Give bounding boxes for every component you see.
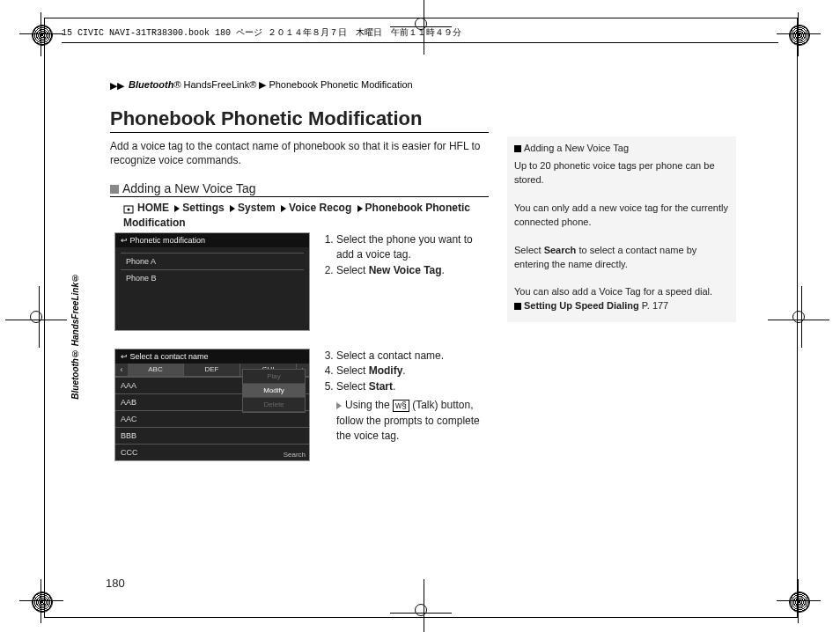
search-label: Search <box>284 451 306 459</box>
breadcrumb-segment-2: Phonebook Phonetic Modification <box>269 79 412 90</box>
section-heading: Adding a New Voice Tag <box>110 181 489 197</box>
path-arrow-icon <box>281 205 286 212</box>
nav-system: System <box>238 202 276 214</box>
chapter-side-label: Bluetooth® HandsFreeLink® <box>70 273 80 400</box>
menu-path: HOME Settings System Voice Recog Phonebo… <box>123 201 486 231</box>
breadcrumb-segment-1-suffix: ® HandsFreeLink® <box>173 79 256 90</box>
screenshot-1-header: ↩ Phonetic modification <box>115 233 309 247</box>
phone-list-item: Phone A <box>121 253 304 269</box>
screenshot-phonetic-modification: ↩ Phonetic modification Phone A Phone B <box>114 232 310 331</box>
substep-arrow-icon <box>336 402 342 409</box>
book-metadata-line: 15 CIVIC NAVI-31TR38300.book 180 ページ ２０１… <box>62 26 778 43</box>
contact-list-item: BBB <box>115 427 309 444</box>
phone-list-item: Phone B <box>121 269 304 286</box>
context-popup: Play Modify Delete <box>242 369 306 413</box>
breadcrumb-segment-1: Bluetooth <box>129 79 173 90</box>
section-square-bullet-icon <box>110 185 119 194</box>
svg-point-1 <box>128 208 130 210</box>
page-title: Phonebook Phonetic Modification <box>110 107 489 133</box>
page-number: 180 <box>106 577 125 590</box>
side-paragraph: Up to 20 phonetic voice tags per phone c… <box>514 159 729 187</box>
section-heading-text: Adding a New Voice Tag <box>122 181 256 195</box>
side-paragraph: You can also add a Voice Tag for a speed… <box>514 285 729 299</box>
nav-voice-recog: Voice Recog <box>289 202 351 214</box>
step-2: Select New Voice Tag. <box>336 263 491 278</box>
screenshot-select-contact: ↩ Select a contact name ‹ ABC DEF GHI › … <box>114 349 310 461</box>
step-5-substep: Using the w§ (Talk) button, follow the p… <box>336 398 491 444</box>
breadcrumb-sep-icon: ▶ <box>259 79 266 90</box>
path-arrow-icon <box>230 205 235 212</box>
step-4: Select Modify. <box>336 364 491 378</box>
popup-modify: Modify <box>243 384 305 398</box>
step-1: Select the phone you want to add a voice… <box>336 232 491 263</box>
side-note-heading: Adding a New Voice Tag <box>514 142 729 156</box>
alpha-tab: ABC <box>128 364 184 376</box>
home-button-icon <box>123 203 134 214</box>
popup-play: Play <box>243 370 305 384</box>
side-square-icon <box>514 145 521 152</box>
step-3: Select a contact name. <box>336 349 491 364</box>
breadcrumb: ▶▶ Bluetooth® HandsFreeLink® ▶ Phonebook… <box>110 79 413 92</box>
step-block-2: Select a contact name. Select Modify. Se… <box>324 349 491 444</box>
contact-list-item: CCC <box>115 444 309 460</box>
talk-button-icon: w§ <box>393 400 409 412</box>
step-5: Select Start. <box>336 379 491 394</box>
path-arrow-icon <box>357 205 363 212</box>
side-cross-reference: Setting Up Speed Dialing P. 177 <box>514 299 729 313</box>
side-paragraph: Select Search to select a contact name b… <box>514 244 729 272</box>
side-paragraph: You can only add a new voice tag for the… <box>514 202 729 230</box>
intro-paragraph: Add a voice tag to the contact name of p… <box>110 139 489 167</box>
breadcrumb-arrows-icon: ▶▶ <box>110 80 124 92</box>
tab-back-chevron-icon: ‹ <box>115 364 128 376</box>
link-square-icon <box>514 303 521 310</box>
side-note-column: Adding a New Voice Tag Up to 20 phonetic… <box>507 136 736 322</box>
nav-settings: Settings <box>182 202 224 214</box>
nav-home: HOME <box>137 202 169 214</box>
page-root: 15 CIVIC NAVI-31TR38300.book 180 ページ ２０１… <box>0 0 840 632</box>
step-block-1: Select the phone you want to add a voice… <box>324 232 491 278</box>
path-arrow-icon <box>174 205 180 212</box>
popup-delete: Delete <box>243 398 305 412</box>
screenshot-2-header: ↩ Select a contact name <box>115 349 309 364</box>
alpha-tab: DEF <box>184 364 240 376</box>
